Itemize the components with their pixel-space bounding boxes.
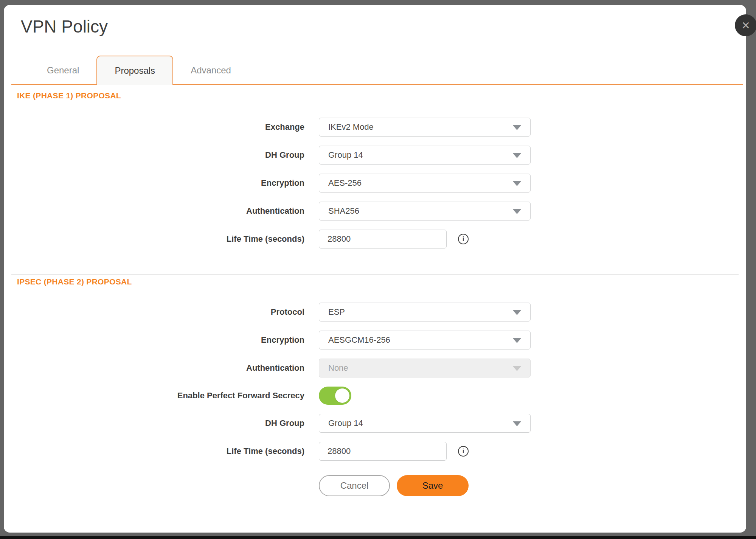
encryption-p2-select[interactable]: AESGCM16-256 bbox=[319, 331, 531, 349]
authentication-select[interactable]: SHA256 bbox=[319, 202, 531, 221]
exchange-value: IKEv2 Mode bbox=[328, 122, 374, 132]
vpn-policy-dialog: VPN Policy General Proposals Advanced IK… bbox=[4, 5, 746, 533]
life-time-p2-input[interactable] bbox=[319, 442, 447, 461]
chevron-down-icon bbox=[513, 421, 521, 426]
chevron-down-icon bbox=[513, 310, 521, 315]
encryption-select[interactable]: AES-256 bbox=[319, 174, 531, 193]
dh-group-label: DH Group bbox=[4, 150, 304, 160]
field-row-protocol: Protocol ESP bbox=[4, 303, 746, 322]
chevron-down-icon bbox=[513, 153, 521, 158]
field-row-encryption: Encryption AES-256 bbox=[4, 174, 746, 193]
field-row-pfs: Enable Perfect Forward Secrecy bbox=[4, 387, 746, 405]
field-row-authentication-p2: Authentication None bbox=[4, 359, 746, 377]
ipsec-phase2-heading: IPSEC (PHASE 2) PROPOSAL bbox=[17, 277, 746, 286]
authentication-label: Authentication bbox=[4, 206, 304, 216]
dialog-footer: Cancel Save bbox=[319, 475, 746, 496]
pfs-toggle-on[interactable] bbox=[319, 387, 351, 405]
phase2-form: Protocol ESP Encryption AESGCM16-256 bbox=[4, 303, 746, 461]
pfs-label: Enable Perfect Forward Secrecy bbox=[4, 391, 304, 401]
authentication-value: SHA256 bbox=[328, 206, 359, 216]
field-row-life-time: Life Time (seconds) i bbox=[4, 230, 746, 249]
authentication-p2-label: Authentication bbox=[4, 363, 304, 373]
chevron-down-icon bbox=[513, 366, 521, 371]
screen-background: ✕ VPN Policy General Proposals Advanced … bbox=[0, 0, 756, 539]
exchange-select[interactable]: IKEv2 Mode bbox=[319, 118, 531, 137]
field-row-dh-group-p2: DH Group Group 14 bbox=[4, 414, 746, 433]
field-row-encryption-p2: Encryption AESGCM16-256 bbox=[4, 331, 746, 349]
ike-phase1-heading: IKE (PHASE 1) PROPOSAL bbox=[17, 91, 746, 100]
life-time-p2-label: Life Time (seconds) bbox=[4, 446, 304, 456]
life-time-label: Life Time (seconds) bbox=[4, 234, 304, 244]
info-icon[interactable]: i bbox=[458, 446, 469, 457]
bottom-frame-strip bbox=[0, 536, 756, 539]
section-divider bbox=[11, 274, 739, 275]
close-icon[interactable]: ✕ bbox=[735, 14, 756, 36]
life-time-input[interactable] bbox=[319, 230, 447, 249]
save-button[interactable]: Save bbox=[397, 475, 469, 496]
cancel-button[interactable]: Cancel bbox=[319, 475, 390, 496]
dh-group-p2-label: DH Group bbox=[4, 418, 304, 428]
protocol-select[interactable]: ESP bbox=[319, 303, 531, 322]
encryption-value: AES-256 bbox=[328, 178, 362, 188]
field-row-life-time-p2: Life Time (seconds) i bbox=[4, 442, 746, 461]
dh-group-select[interactable]: Group 14 bbox=[319, 146, 531, 165]
tab-general[interactable]: General bbox=[29, 56, 96, 84]
exchange-label: Exchange bbox=[4, 122, 304, 132]
info-icon[interactable]: i bbox=[458, 234, 469, 244]
phase1-form: Exchange IKEv2 Mode DH Group Group 14 bbox=[4, 118, 746, 249]
dh-group-p2-value: Group 14 bbox=[328, 418, 363, 428]
authentication-p2-select-disabled: None bbox=[319, 359, 531, 377]
chevron-down-icon bbox=[513, 209, 521, 214]
encryption-label: Encryption bbox=[4, 178, 304, 188]
tab-advanced[interactable]: Advanced bbox=[173, 56, 248, 84]
protocol-label: Protocol bbox=[4, 307, 304, 317]
chevron-down-icon bbox=[513, 181, 521, 186]
chevron-down-icon bbox=[513, 338, 521, 343]
field-row-authentication: Authentication SHA256 bbox=[4, 202, 746, 221]
field-row-exchange: Exchange IKEv2 Mode bbox=[4, 118, 746, 137]
tab-proposals[interactable]: Proposals bbox=[96, 56, 173, 85]
encryption-p2-label: Encryption bbox=[4, 335, 304, 345]
page-title: VPN Policy bbox=[21, 13, 746, 40]
dh-group-p2-select[interactable]: Group 14 bbox=[319, 414, 531, 433]
chevron-down-icon bbox=[513, 125, 521, 130]
authentication-p2-value: None bbox=[328, 363, 348, 373]
field-row-dh-group: DH Group Group 14 bbox=[4, 146, 746, 165]
protocol-value: ESP bbox=[328, 307, 345, 317]
toggle-knob bbox=[335, 388, 349, 403]
encryption-p2-value: AESGCM16-256 bbox=[328, 335, 390, 345]
dh-group-value: Group 14 bbox=[328, 150, 363, 160]
tab-bar: General Proposals Advanced bbox=[11, 55, 743, 85]
